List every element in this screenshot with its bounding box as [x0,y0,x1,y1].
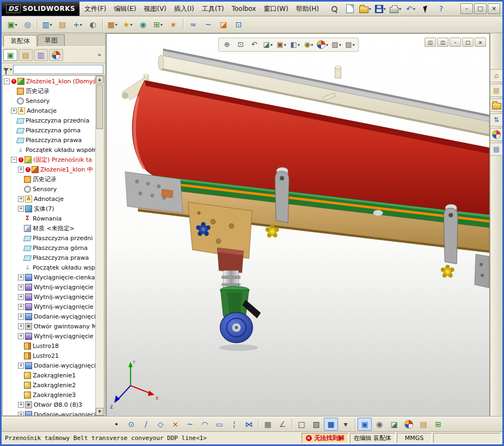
tree-item-30[interactable]: +Dodanie-wyciągnięci [3,361,96,370]
edit-component-button[interactable]: ▣ [358,418,372,431]
minimize-button[interactable]: – [460,3,473,14]
tree-item-29[interactable]: Lustro21 [3,351,96,361]
table-button[interactable]: ⊞ [431,418,445,431]
sketch-polygon-button[interactable]: ◇ [153,418,168,431]
expand-toggle[interactable]: − [4,78,10,84]
maximize-button[interactable]: □ [474,3,487,14]
expand-toggle[interactable]: + [18,314,24,320]
save-button[interactable]: ▾ [373,2,388,16]
tree-item-27[interactable]: +Wytnij-wyciągnięcie [3,331,96,341]
model-caster[interactable] [219,286,261,351]
status-warning[interactable]: 无法找到解 [302,433,348,443]
view-settings-button[interactable]: ▧▾ [343,39,357,51]
insert-component-button[interactable]: ▣▾ [5,17,20,32]
doc-close-button[interactable]: × [475,38,486,47]
wireframe-button[interactable]: □ [294,418,309,431]
expand-toggle[interactable]: + [18,323,24,329]
tree-item-35[interactable]: +Dodanie-wyciągnięci [3,410,96,416]
model-support-block[interactable] [217,248,243,291]
pin-button[interactable] [327,2,342,16]
tree-item-20[interactable]: Początek układu współ [3,262,96,272]
sketch-arc-button[interactable]: ◠ [198,418,212,431]
expand-toggle[interactable]: − [11,157,17,163]
centerline-button[interactable]: ¦ [227,418,241,431]
hidden-lines-button[interactable]: ▧ [309,418,323,431]
tree-item-22[interactable]: +Wytnij-wyciągnięcie [3,282,96,292]
file-explorer-button[interactable] [490,99,503,112]
scroll-up-icon[interactable]: ▲ [96,76,103,83]
sketch-rectangle-button[interactable]: ▭ [212,418,226,431]
tree-item-13[interactable]: +Adnotacje [3,194,96,204]
grid-snap-button[interactable]: ▦ [261,418,275,431]
expand-toggle[interactable]: + [18,274,24,280]
expand-toggle[interactable]: + [18,206,24,212]
print-button[interactable]: ▾ [388,2,403,16]
open-button[interactable]: ▾ [358,2,372,16]
smart-fasteners-button[interactable]: ▤ [55,17,70,32]
appearances-scenes-button[interactable] [490,128,503,141]
sketch-line-button[interactable]: ∕ [139,418,153,431]
tree-item-7[interactable]: Płaszczyzna prawa [3,135,96,145]
sketch-point-button[interactable]: • [109,418,124,431]
hide-show-button[interactable]: ◉ [372,418,386,431]
model-canvas[interactable]: Y X Z [107,34,489,416]
trim-entities-button[interactable]: × [168,418,182,431]
tree-scrollbar[interactable]: ▲ ▼ [95,76,104,416]
tree-item-11[interactable]: 历史记录 [3,174,96,184]
new-document-button[interactable] [342,2,357,16]
tree-item-17[interactable]: Płaszczyzna przedni [3,233,96,243]
shaded-button[interactable]: ■ [324,418,338,431]
zoom-to-area-button[interactable]: ⊡ [234,39,247,51]
move-component-button[interactable]: +▾ [70,17,85,32]
tree-item-32[interactable]: Zaokrąglenie2 [3,380,96,390]
display-more-button[interactable]: ▾ [339,418,353,431]
tree-item-4[interactable]: +Adnotacje [3,106,96,115]
smart-dimension-button[interactable]: ∠ [275,418,290,431]
tree-item-26[interactable]: +Otwór gwintowany M8 [3,321,96,331]
select-button[interactable] [419,2,433,16]
menu-view[interactable]: 视图(V) [140,2,170,16]
tree-item-10[interactable]: +Złożenie1_klon 中 [3,164,96,174]
solidworks-resources-button[interactable]: ⌂ [490,69,503,82]
hide-show-items-button[interactable]: ◉▾ [302,39,315,51]
propertymanager-button[interactable]: ▤ [19,49,33,61]
view-palette-button[interactable]: ⇅ [490,113,503,126]
tree-item-16[interactable]: 材质 <未指定> [3,223,96,233]
new-motion-study-button[interactable]: ◉ [136,17,150,32]
menu-tools[interactable]: 工具(T) [198,2,228,16]
menu-edit[interactable]: 编辑(E) [110,2,140,16]
expand-toggle[interactable]: + [18,333,24,339]
pane-right-button[interactable]: ◫ [437,38,448,47]
tree-item-1[interactable]: −Złożenie1_klon (Domyśl [3,76,96,86]
mate-button[interactable]: ◎ [20,17,35,32]
show-hidden-components-button[interactable]: ◐ [85,17,100,32]
expand-toggle[interactable]: + [11,108,17,114]
close-button[interactable]: × [488,3,500,14]
tab-assembly[interactable]: 装配体 [3,35,37,47]
edit-appearance-button[interactable]: ▾ [316,39,329,51]
tab-sketch[interactable]: 草图 [38,34,65,46]
exploded-view-button[interactable]: ∗ [166,17,181,32]
expand-toggle[interactable]: + [18,412,24,416]
help-button[interactable]: ? [434,2,448,16]
graphics-viewport[interactable]: Y X Z ⊕⊡↶◪▾▣▾◧▾◉▾▾▨▾▧▾ ◫◫–□× [106,33,490,417]
curve-button[interactable]: ~ [201,17,216,32]
appearances-button[interactable] [402,418,416,431]
design-library-button[interactable]: ▤ [490,84,503,97]
tree-item-34[interactable]: +Otwór Ø8.0 (8)3 [3,400,96,410]
tree-item-28[interactable]: Lustro18 [3,341,96,351]
panel-overflow-button[interactable]: » [95,51,103,58]
custom-properties-button[interactable]: ▤ [490,143,503,156]
scrollbar-thumb[interactable] [96,84,103,129]
tree-item-12[interactable]: Sensory [3,184,96,194]
filter-input[interactable] [13,65,103,74]
section-view-toggle-button[interactable]: ◪ [387,418,401,431]
interference-detection-button[interactable]: ◪ [216,17,231,32]
featuremanager-button[interactable]: ▣ [3,49,17,61]
menu-toolbox[interactable]: Toolbox [228,3,260,15]
menu-help[interactable]: 帮助(H) [292,2,323,16]
measure-button[interactable]: ⊡ [231,17,246,32]
menu-window[interactable]: 窗口(W) [260,2,292,16]
expand-toggle[interactable]: + [18,363,24,369]
tree-item-25[interactable]: +Dodanie-wyciągnięci [3,311,96,321]
